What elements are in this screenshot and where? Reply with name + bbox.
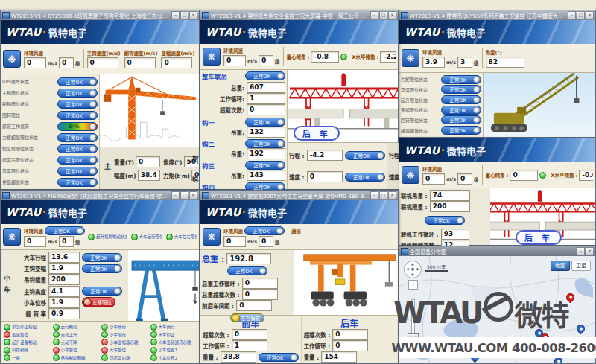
- total-weight-label: 总重 :: [202, 252, 224, 264]
- status-row: 幅度后限位状态 正常OK: [2, 156, 98, 165]
- field-row: 吊钩载重 200: [15, 274, 127, 285]
- link-toggle[interactable]: 正常OK: [425, 216, 465, 225]
- status-toggle[interactable]: 正常OK: [57, 156, 98, 165]
- minimize-button[interactable]: –: [171, 191, 180, 199]
- tilt-field: 重心倾角 : 0: [486, 170, 547, 181]
- maximize-button[interactable]: □: [379, 191, 387, 199]
- status-toggle[interactable]: 正常OK: [57, 144, 98, 153]
- maximize-button[interactable]: □: [180, 191, 188, 199]
- angle-label: 角度(°): [486, 48, 502, 56]
- status-dot-item: 运行制动: [53, 323, 99, 331]
- status-toggle[interactable]: 正常OK: [441, 115, 481, 124]
- offset-load-pill[interactable]: 左右偏载: [230, 313, 264, 322]
- wind-strip: ❋ 环境风速 0 m/s 0 级 重心倾角 : -0.8 X水平倾角 : -2.…: [200, 44, 398, 70]
- hook-toggle[interactable]: 正常OK: [245, 139, 285, 148]
- maximize-button[interactable]: □: [577, 11, 585, 19]
- field-toggle[interactable]: 正常OK: [82, 253, 122, 262]
- status-toggle[interactable]: 正常OK: [57, 133, 98, 142]
- minimize-button[interactable]: –: [568, 11, 576, 19]
- titlebar[interactable]: WT2013-V1.4 MG450双梁门式起重机工况安全监控行车系统 徐州重机分…: [1, 191, 199, 200]
- wind-toggle[interactable]: 正常OK: [244, 226, 285, 235]
- status-toggle[interactable]: 64%: [57, 122, 98, 131]
- front-weight-toggle[interactable]: 正常OK: [259, 353, 299, 362]
- status-row: GPS信号状态 正常OK: [2, 77, 98, 86]
- brand-dot: ·: [441, 144, 445, 156]
- speed-field: 主钩速度(m/s) 0: [87, 49, 121, 68]
- titlebar[interactable]: 全国设备分布图 – ×: [399, 246, 595, 256]
- status-dot-item: 司机室心跳: [101, 354, 148, 362]
- map-pan-control[interactable]: ▲ ◀●▶ ▼: [404, 261, 422, 278]
- maximize-button[interactable]: □: [379, 11, 387, 19]
- close-button[interactable]: ×: [189, 11, 197, 19]
- status-toggle[interactable]: 正常OK: [441, 95, 481, 104]
- maximize-button[interactable]: □: [180, 11, 188, 19]
- status-row: 副钩限位状态 正常OK: [2, 100, 98, 109]
- brand-banner: WTAU·微特电子: [200, 20, 398, 44]
- brand-logo: WTAU: [6, 206, 42, 218]
- hook-toggle[interactable]: 正常OK: [245, 161, 285, 170]
- brand-name-cn: 微特电子: [248, 205, 287, 220]
- status-row: 力矩超载限位状态 正常OK: [2, 133, 98, 142]
- status-toggle[interactable]: 正常OK: [57, 77, 98, 86]
- close-button[interactable]: ×: [586, 247, 594, 255]
- close-button[interactable]: ×: [388, 11, 396, 19]
- status-toggle[interactable]: 正常OK: [441, 126, 481, 135]
- window-title: WT2013-V1.4 QTZ5000-1塔机黑匣子吊钩可视化 上海松江办公装饰…: [11, 12, 171, 19]
- field-row: 联机限重 : 200: [401, 201, 489, 212]
- total-weight-value: 192.8: [226, 253, 271, 264]
- titlebar[interactable]: WT2013-V1.4 履带吊QUY650系列吊装工况监控 江苏中建宏大江苏分公…: [399, 10, 595, 20]
- window-crawler-crane: WT2013-V1.4 履带吊QUY650系列吊装工况监控 江苏中建宏大江苏分公…: [399, 10, 596, 138]
- status-toggle[interactable]: 正常OK: [57, 111, 98, 120]
- status-row: 高度限位状态 正常OK: [2, 167, 98, 176]
- titlebar[interactable]: WT2013-V1.4 提梁机900T大吨位工况全景大屏 架QHMG-180-9…: [200, 191, 398, 200]
- status-toggle[interactable]: 正常OK: [441, 75, 481, 84]
- status-dot-item: 小车限行: [101, 331, 148, 338]
- status-dot-item: 大车停止: [150, 331, 197, 338]
- hook-toggle[interactable]: 正常OK: [245, 118, 285, 127]
- titlebar[interactable]: WT2013-V1.4 QTZ5000-1塔机黑匣子吊钩可视化 上海松江办公装饰…: [1, 10, 199, 20]
- status-toggle[interactable]: 正常OK: [57, 167, 98, 176]
- status-toggle[interactable]: 正常OK: [441, 106, 481, 115]
- status-toggle[interactable]: 正常OK: [57, 100, 98, 109]
- limit-alarm-pill[interactable]: 左移限位: [82, 297, 115, 307]
- minimize-button[interactable]: –: [171, 11, 180, 19]
- wind-strip: ❋ 环境风速 0 m/s 0 级 重心倾角 : 0 X水平倾角 : -0.62: [399, 162, 595, 188]
- status-dot-icon: [150, 347, 157, 354]
- total-toggle[interactable]: 正常OK: [227, 266, 267, 275]
- satellite-type-button[interactable]: 卫星: [571, 261, 591, 271]
- minimize-button[interactable]: –: [370, 11, 378, 19]
- status-dot-icon: [4, 347, 10, 354]
- status-toggle[interactable]: 正常OK: [441, 85, 481, 94]
- minimize-button[interactable]: –: [577, 247, 585, 255]
- master-toggle[interactable]: 正常OK: [245, 71, 285, 80]
- titlebar[interactable]: WT2013-V1.4 架桥机专用安全监控工况大屏幕-中铁一局三公司 余姚城际铁…: [200, 10, 398, 20]
- brand-name-cn: 微特电子: [248, 25, 287, 39]
- field-toggle[interactable]: 正常OK: [82, 264, 122, 273]
- close-button[interactable]: ×: [586, 11, 594, 19]
- close-button[interactable]: ×: [388, 191, 396, 199]
- field-row: 主钩变幅 1.9 正常OK: [15, 263, 127, 274]
- map-type-button[interactable]: 地图: [551, 261, 570, 271]
- window-title: WT2013-V1.4 架桥机专用安全监控工况大屏幕-中铁一局三公司 余姚城际铁…: [211, 12, 370, 19]
- readout: 幅度(m) 38.4: [114, 170, 160, 181]
- brand-name-cn: 微特电子: [447, 144, 486, 158]
- status-toggle[interactable]: 正常OK: [57, 178, 98, 187]
- status-dot-item: 起升设备制动: [4, 339, 50, 346]
- tilt-ok-dot: [539, 172, 546, 179]
- minimize-button[interactable]: –: [370, 191, 378, 199]
- motion-toggle[interactable]: 正常OK: [345, 151, 385, 160]
- wind-toggle[interactable]: 正常OK: [45, 226, 85, 235]
- status-column: GPS信号状态 正常OK 主钩限位状态 正常OK 副钩限位状态 正常OK 回转限…: [1, 74, 100, 189]
- motion-toggle[interactable]: 正常OK: [345, 173, 385, 182]
- close-button[interactable]: ×: [189, 191, 197, 199]
- field-row: 超载次数: 0: [202, 104, 285, 115]
- map-zoom-in-button[interactable]: +: [408, 280, 418, 290]
- status-row: 重量超载状态 正常OK: [2, 178, 98, 187]
- field-toggle[interactable]: 正常OK: [82, 287, 122, 296]
- brand-banner: WTAU·微特电子: [399, 138, 595, 162]
- field-row: 前后车间距 : 0: [202, 300, 293, 311]
- brand-dot: ·: [242, 206, 246, 218]
- status-dot-item: 点动上升: [53, 331, 99, 338]
- status-dot-icon: [166, 234, 173, 240]
- status-toggle[interactable]: 正常OK: [57, 89, 98, 98]
